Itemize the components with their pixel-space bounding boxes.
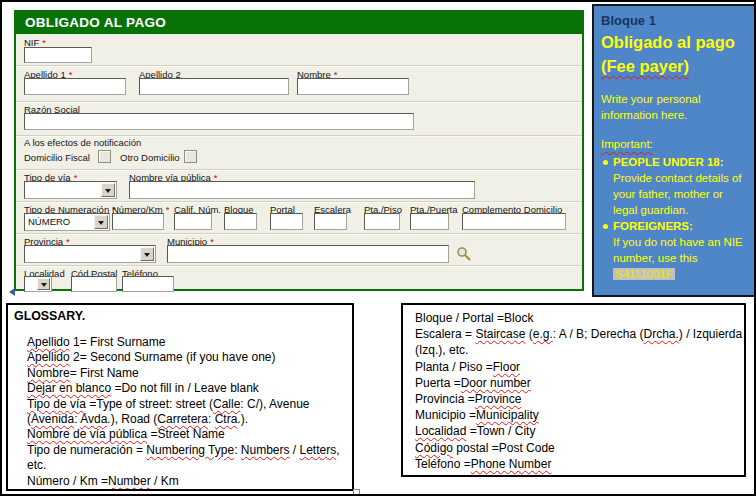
dropdown-arrow-icon[interactable]: [37, 278, 50, 290]
glossary-line: Teléfono =Phone Number: [415, 456, 740, 472]
apellido2-input[interactable]: [139, 78, 289, 95]
municipio-input[interactable]: [167, 245, 449, 263]
dropdown-arrow-icon[interactable]: [101, 183, 115, 197]
sidebar-block-label: Bloque 1: [601, 12, 747, 30]
tipo-via-select[interactable]: [24, 181, 117, 199]
glossary-line: Apellido 2= Second Surname (if you have …: [14, 350, 348, 365]
glossary-line: Puerta =Door number: [415, 375, 740, 391]
glossary-line: Planta / Piso =Floor: [415, 359, 740, 375]
form-title: OBLIGADO AL PAGO: [16, 12, 582, 34]
otro-domicilio-label: Otro Domicilio: [120, 152, 180, 163]
glossary-box-right: Bloque / Portal =BlockEscalera = Stairca…: [401, 303, 746, 477]
bloque-input[interactable]: [224, 213, 257, 230]
search-icon[interactable]: [456, 246, 471, 261]
pta-piso-input[interactable]: [364, 213, 400, 230]
nif-input[interactable]: [24, 47, 92, 63]
sidebar-bullet-foreigners: FOREIGNERS: If you do not have an NIE nu…: [601, 218, 747, 282]
glossary-line: Número / Km =Number / Km: [14, 474, 348, 489]
glossary-line: Bloque / Portal =Block: [415, 310, 740, 326]
dropdown-arrow-icon[interactable]: [140, 247, 154, 261]
sidebar-important-label: Important:: [601, 136, 747, 152]
glossary-line: etc.: [14, 458, 348, 473]
obligado-al-pago-form: OBLIGADO AL PAGO NIF* Apellido 1* Apelli…: [14, 10, 584, 291]
row-separator: [16, 101, 582, 103]
tipo-numeracion-select[interactable]: NÚMERO: [24, 213, 110, 231]
glossary-line: Código postal =Post Code: [415, 440, 740, 456]
sidebar-title-es: Obligado al pago: [601, 30, 747, 54]
pta-puerta-input[interactable]: [410, 213, 449, 230]
glossary-line: Escalera = Staircase (e.g.: A / B; Derec…: [415, 326, 740, 342]
nie-code-highlight: S4111001F: [613, 268, 675, 280]
calif-num-input[interactable]: [174, 213, 212, 230]
apellido1-input[interactable]: [24, 78, 126, 95]
glossary-line: Nombre= First Name: [14, 366, 348, 381]
telefono-input[interactable]: [122, 276, 174, 292]
row-separator: [16, 233, 582, 235]
sidebar-bullet-minors: PEOPLE UNDER 18: Provide contact details…: [601, 154, 747, 218]
otro-domicilio-checkbox[interactable]: [184, 150, 197, 163]
glossary-line: Tipo de vía =Type of street: street (Cal…: [14, 397, 348, 412]
nombre-via-input[interactable]: [129, 181, 475, 199]
page: OBLIGADO AL PAGO NIF* Apellido 1* Apelli…: [0, 0, 756, 496]
glossary-line: Provincia =Province: [415, 391, 740, 407]
escalera-input[interactable]: [314, 213, 347, 230]
sidebar-intro: Write your personal information here.: [601, 91, 747, 123]
sidebar-note: Bloque 1 Obligado al pago (Fee payer) Wr…: [592, 4, 756, 297]
row-separator: [16, 265, 582, 267]
glossary-heading: GLOSSARY.: [14, 309, 348, 324]
glossary-line: Tipo de numeración = Numbering Type: Num…: [14, 443, 348, 458]
anchor-arrow-icon: [5, 288, 15, 296]
nombre-input[interactable]: [297, 78, 409, 95]
glossary-line: Dejar en blanco =Do not fill in / Leave …: [14, 381, 348, 396]
glossary-line: (Izq.), etc.: [415, 342, 740, 358]
glossary-box-left: GLOSSARY. Apellido 1= First SurnameApell…: [6, 303, 354, 491]
portal-input[interactable]: [270, 213, 303, 230]
glossary-right-lines: Bloque / Portal =BlockEscalera = Stairca…: [415, 310, 740, 472]
glossary-left-lines: Apellido 1= First SurnameApellido 2= Sec…: [14, 335, 348, 489]
complemento-input[interactable]: [462, 213, 566, 230]
glossary-line: Localidad =Town / City: [415, 423, 740, 439]
glossary-line: (Avenida: Avda.), Road (Carretera: Ctra.…: [14, 412, 348, 427]
glossary-line: Municipio =Municipality: [415, 407, 740, 423]
glossary-line: Apellido 1= First Surname: [14, 335, 348, 350]
provincia-select[interactable]: [24, 245, 156, 263]
resize-handle[interactable]: [353, 489, 360, 496]
domicilio-fiscal-checkbox[interactable]: [98, 150, 111, 163]
localidad-select[interactable]: [24, 276, 52, 292]
notificacion-note: A los efectos de notificación: [24, 137, 141, 148]
numero-km-input[interactable]: [112, 213, 164, 230]
sidebar-bullet-list: PEOPLE UNDER 18: Provide contact details…: [601, 154, 747, 282]
dropdown-arrow-icon[interactable]: [94, 215, 108, 229]
row-separator: [16, 65, 582, 67]
row-separator: [16, 169, 582, 171]
domicilio-fiscal-label: Domicilio Fiscal: [24, 152, 90, 163]
cod-postal-input[interactable]: [71, 276, 117, 292]
sidebar-title-en: (Fee payer): [601, 54, 747, 78]
row-separator: [16, 201, 582, 203]
razon-social-input[interactable]: [24, 113, 414, 130]
glossary-line: Nombre de vía pública =Street Name: [14, 427, 348, 442]
